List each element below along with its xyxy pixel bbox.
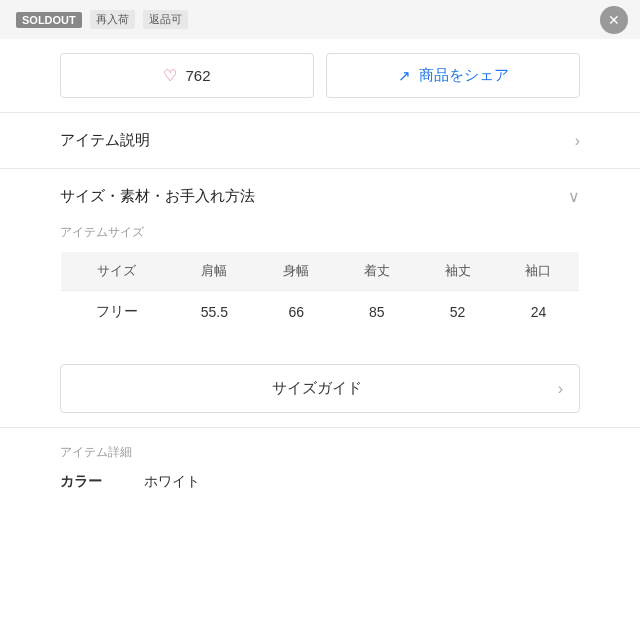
size-section: アイテムサイズ サイズ 肩幅 身幅 着丈 袖丈 袖口 フリー 55.5 66 8… [0,224,640,350]
top-bar: SOLDOUT 再入荷 返品可 ✕ [0,0,640,39]
item-description-label: アイテム説明 [60,131,150,150]
size-col-header: サイズ [61,252,173,291]
length-col-header: 着丈 [337,252,418,291]
like-count: 762 [185,67,210,84]
item-size-label: アイテムサイズ [60,224,580,241]
chevron-right-icon: › [575,132,580,150]
body-col-header: 身幅 [256,252,337,291]
size-guide-chevron-icon: › [558,380,563,398]
size-guide-label: サイズガイド [77,379,558,398]
sleeve-col-header: 袖丈 [417,252,498,291]
share-button[interactable]: ↗ 商品をシェア [326,53,580,98]
shoulder-value: 55.5 [173,291,256,334]
cuff-value: 24 [498,291,580,334]
item-description-row[interactable]: アイテム説明 › [0,113,640,168]
color-row: カラー ホワイト [60,473,580,491]
size-table-header-row: サイズ 肩幅 身幅 着丈 袖丈 袖口 [61,252,580,291]
soldout-badge: SOLDOUT [16,12,82,28]
size-guide-button[interactable]: サイズガイド › [60,364,580,413]
return-badge: 返品可 [143,10,188,29]
share-label: 商品をシェア [419,66,509,85]
item-detail-title: アイテム詳細 [60,444,580,461]
size-table: サイズ 肩幅 身幅 着丈 袖丈 袖口 フリー 55.5 66 85 52 24 [60,251,580,334]
color-key: カラー [60,473,120,491]
page-container: SOLDOUT 再入荷 返品可 ✕ ♡ 762 ↗ 商品をシェア アイテム説明 … [0,0,640,640]
shoulder-col-header: 肩幅 [173,252,256,291]
heart-icon: ♡ [163,66,177,85]
action-buttons: ♡ 762 ↗ 商品をシェア [0,39,640,112]
table-row: フリー 55.5 66 85 52 24 [61,291,580,334]
length-value: 85 [337,291,418,334]
body-value: 66 [256,291,337,334]
size-material-row[interactable]: サイズ・素材・お手入れ方法 ∨ [0,169,640,224]
item-detail-section: アイテム詳細 カラー ホワイト [0,428,640,507]
share-icon: ↗ [398,67,411,85]
color-value: ホワイト [144,473,200,491]
size-material-label: サイズ・素材・お手入れ方法 [60,187,255,206]
like-button[interactable]: ♡ 762 [60,53,314,98]
restock-badge: 再入荷 [90,10,135,29]
size-value: フリー [61,291,173,334]
close-icon: ✕ [608,12,620,28]
chevron-down-icon: ∨ [568,187,580,206]
close-button[interactable]: ✕ [600,6,628,34]
sleeve-value: 52 [417,291,498,334]
cuff-col-header: 袖口 [498,252,580,291]
